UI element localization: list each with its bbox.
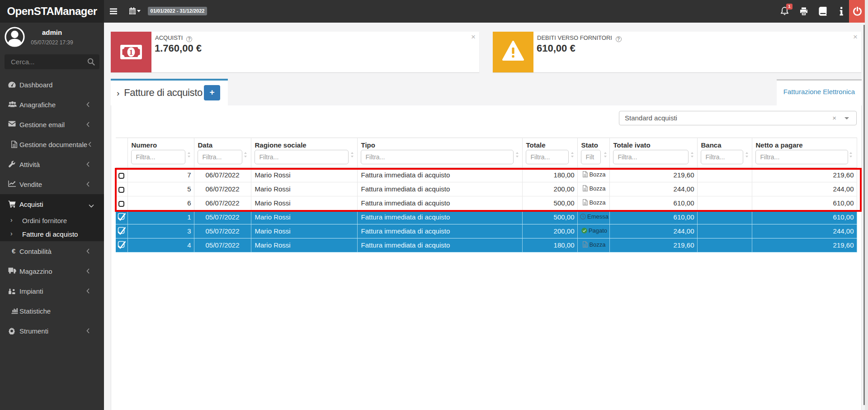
svg-text:1: 1 — [129, 48, 133, 57]
